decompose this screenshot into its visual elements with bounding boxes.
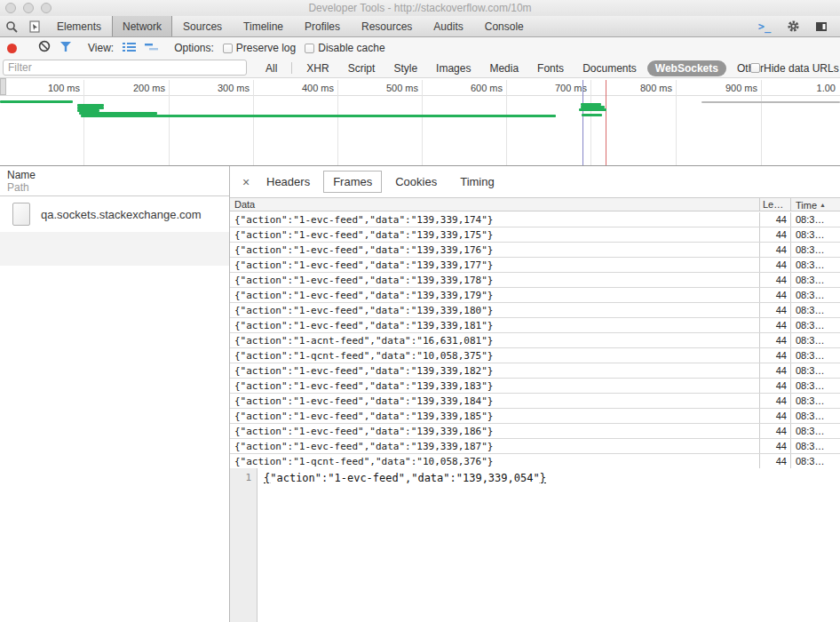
frame-row[interactable]: {"action":"1-qcnt-feed","data":"10,058,3… — [230, 348, 840, 363]
frame-data-cell: {"action":"1-evc-feed","data":"139,339,1… — [230, 379, 759, 393]
tab-sources[interactable]: Sources — [172, 16, 233, 36]
list-view-icon — [123, 42, 136, 52]
filter-type-all[interactable]: All — [258, 60, 285, 76]
checkbox-icon — [750, 63, 760, 73]
tab-console[interactable]: Console — [474, 16, 535, 36]
overview-grip[interactable] — [0, 78, 6, 95]
frame-row[interactable]: {"action":"1-qcnt-feed","data":"10,058,3… — [230, 454, 840, 469]
filter-type-script[interactable]: Script — [340, 60, 384, 76]
filter-type-media[interactable]: Media — [481, 60, 527, 76]
detail-tab-timing[interactable]: Timing — [450, 171, 504, 193]
view-large-rows-button[interactable] — [123, 40, 136, 56]
record-button[interactable] — [7, 44, 17, 53]
frame-length-cell: 44 — [759, 439, 790, 453]
frame-data-cell: {"action":"1-qcnt-feed","data":"10,058,3… — [230, 454, 759, 468]
sidebar-header[interactable]: Name Path — [0, 166, 229, 196]
view-timeline-button[interactable] — [145, 40, 158, 56]
frame-row[interactable]: {"action":"1-evc-feed","data":"139,339,1… — [230, 409, 840, 424]
frame-time-cell: 08:3… — [790, 394, 840, 408]
detail-tab-headers[interactable]: Headers — [257, 171, 320, 193]
tab-network[interactable]: Network — [112, 16, 172, 36]
frame-row[interactable]: {"action":"1-evc-feed","data":"139,339,1… — [230, 363, 840, 379]
timeline-tick-label: 500 ms — [386, 83, 422, 93]
tab-resources[interactable]: Resources — [351, 16, 423, 36]
frame-row[interactable]: {"action":"1-evc-feed","data":"139,339,1… — [230, 258, 840, 273]
detail-tab-frames[interactable]: Frames — [323, 171, 382, 193]
detail-tab-bar: × HeadersFramesCookiesTiming — [230, 166, 840, 197]
frame-time-cell: 08:3… — [790, 333, 840, 347]
search-button[interactable] — [0, 16, 23, 36]
frame-row[interactable]: {"action":"1-evc-feed","data":"139,339,1… — [230, 394, 840, 409]
tab-profiles[interactable]: Profiles — [294, 16, 351, 36]
frame-row[interactable]: {"action":"1-evc-feed","data":"139,339,1… — [230, 439, 840, 454]
preserve-log-checkbox[interactable]: Preserve log — [223, 42, 296, 54]
frame-time-cell: 08:3… — [790, 363, 840, 378]
frame-row[interactable]: {"action":"1-evc-feed","data":"139,339,1… — [230, 227, 840, 243]
detail-tab-cookies[interactable]: Cookies — [385, 171, 447, 193]
devtools-window: Developer Tools - http://stackoverflow.c… — [0, 0, 840, 622]
timeline-gridline — [337, 80, 338, 165]
filter-button[interactable] — [59, 40, 72, 56]
frame-length-cell: 44 — [759, 243, 790, 257]
frame-data-cell: {"action":"1-evc-feed","data":"139,339,1… — [230, 212, 759, 227]
frame-row[interactable]: {"action":"1-evc-feed","data":"139,339,1… — [230, 212, 840, 227]
filter-type-websockets[interactable]: WebSockets — [647, 60, 726, 76]
frame-length-cell: 44 — [759, 379, 790, 393]
waterfall-bar — [579, 108, 606, 111]
tab-timeline[interactable]: Timeline — [233, 16, 294, 36]
timeline-gridline — [506, 80, 507, 165]
tab-elements[interactable]: Elements — [46, 16, 112, 36]
settings-button[interactable] — [781, 20, 804, 33]
devtools-tab-bar: ElementsNetworkSourcesTimelineProfilesRe… — [0, 16, 840, 37]
frame-length-cell: 44 — [759, 454, 790, 468]
frame-time-cell: 08:3… — [790, 318, 840, 332]
filter-type-images[interactable]: Images — [428, 60, 479, 76]
frame-row[interactable]: {"action":"1-evc-feed","data":"139,339,1… — [230, 424, 840, 439]
timeline-tick-label: 300 ms — [218, 83, 253, 93]
close-detail-button[interactable]: × — [239, 175, 253, 189]
frame-data-cell: {"action":"1-evc-feed","data":"139,339,1… — [230, 424, 759, 438]
tab-audits[interactable]: Audits — [423, 16, 473, 36]
waterfall-view-icon — [145, 42, 158, 52]
frame-preview-content[interactable]: {"action":"1-evc-feed","data":"139,339,0… — [264, 472, 546, 484]
filter-type-xhr[interactable]: XHR — [298, 60, 337, 76]
frame-length-cell: 44 — [759, 273, 790, 287]
frame-data-cell: {"action":"1-evc-feed","data":"139,339,1… — [230, 227, 759, 242]
frame-row[interactable]: {"action":"1-evc-feed","data":"139,339,1… — [230, 303, 840, 318]
request-detail-pane: × HeadersFramesCookiesTiming Data Le… Ti… — [230, 166, 840, 622]
inspect-element-button[interactable] — [23, 16, 46, 36]
time-column-header[interactable]: Time ▲ — [790, 198, 840, 211]
length-column-header[interactable]: Le… — [759, 198, 790, 211]
close-brace: } — [540, 472, 546, 484]
dock-side-button[interactable] — [810, 21, 833, 32]
resource-row[interactable]: qa.sockets.stackexchange.com — [0, 196, 229, 232]
name-column-header: Name — [7, 169, 36, 181]
frame-length-cell: 44 — [759, 409, 790, 423]
window-title: Developer Tools - http://stackoverflow.c… — [0, 2, 840, 14]
filter-type-style[interactable]: Style — [385, 60, 425, 76]
network-overview[interactable]: 100 ms200 ms300 ms400 ms500 ms600 ms700 … — [0, 78, 840, 166]
clear-icon — [38, 40, 51, 52]
frame-row[interactable]: {"action":"1-evc-feed","data":"139,339,1… — [230, 379, 840, 394]
search-icon — [5, 20, 18, 33]
hide-data-urls-checkbox[interactable]: Hide data URLs — [750, 62, 839, 75]
frame-row[interactable]: {"action":"1-evc-feed","data":"139,339,1… — [230, 318, 840, 333]
frame-row[interactable]: {"action":"1-evc-feed","data":"139,339,1… — [230, 243, 840, 258]
filter-row: AllXHRScriptStyleImagesMediaFontsDocumen… — [0, 59, 840, 78]
gear-icon — [787, 20, 800, 33]
requests-sidebar: Name Path qa.sockets.stackexchange.com — [0, 166, 229, 622]
filter-funnel-icon — [59, 41, 72, 52]
frame-length-cell: 44 — [759, 258, 790, 272]
disable-cache-checkbox[interactable]: Disable cache — [305, 42, 384, 54]
filter-type-documents[interactable]: Documents — [575, 60, 645, 76]
frame-row[interactable]: {"action":"1-evc-feed","data":"139,339,1… — [230, 273, 840, 288]
filter-type-fonts[interactable]: Fonts — [529, 60, 572, 76]
data-column-header[interactable]: Data — [230, 198, 759, 211]
frame-row[interactable]: {"action":"1-acnt-feed","data":"16,631,0… — [230, 333, 840, 348]
toggle-console-button[interactable]: >_ — [753, 20, 776, 33]
timeline-gridline — [253, 80, 254, 165]
frame-row[interactable]: {"action":"1-evc-feed","data":"139,339,1… — [230, 288, 840, 303]
timeline-gridline — [83, 80, 84, 165]
filter-input[interactable] — [3, 60, 247, 76]
clear-button[interactable] — [38, 40, 51, 56]
